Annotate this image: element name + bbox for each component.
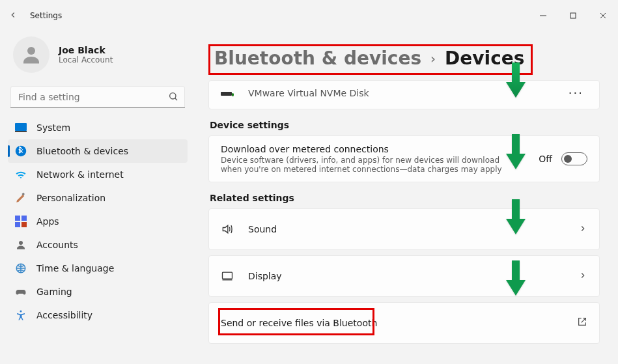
breadcrumb-parent[interactable]: Bluetooth & devices [214, 48, 421, 69]
more-button[interactable]: ··· [565, 83, 587, 102]
svg-rect-6 [15, 216, 20, 221]
sidebar-item-time-language[interactable]: Time & language [8, 257, 188, 280]
open-external-icon [577, 316, 587, 329]
sidebar-item-gaming[interactable]: Gaming [8, 280, 188, 303]
drive-icon [221, 87, 234, 100]
svg-rect-0 [570, 13, 576, 18]
svg-rect-13 [223, 272, 232, 279]
sidebar-item-label: Apps [36, 216, 59, 227]
svg-rect-4 [15, 131, 27, 132]
section-heading-related: Related settings [210, 193, 600, 203]
svg-rect-9 [21, 222, 27, 227]
titlebar: Settings [0, 0, 618, 31]
wifi-icon [14, 168, 27, 181]
apps-icon [14, 215, 27, 228]
user-sub: Local Account [59, 55, 113, 64]
related-bluetooth-files-row[interactable]: Send or receive files via Bluetooth [208, 302, 600, 344]
sidebar-item-label: Gaming [36, 287, 72, 297]
brush-icon [14, 191, 27, 204]
search-input[interactable] [10, 86, 185, 108]
avatar [13, 36, 49, 73]
metered-title: Download over metered connections [221, 144, 539, 154]
clock-globe-icon [14, 262, 27, 275]
related-display-row[interactable]: Display [208, 255, 600, 297]
bluetooth-icon [14, 145, 27, 158]
device-name: VMware Virtual NVMe Disk [248, 88, 565, 98]
svg-point-1 [27, 47, 35, 55]
accounts-icon [14, 238, 27, 251]
system-icon [14, 121, 27, 134]
sidebar-item-bluetooth-devices[interactable]: Bluetooth & devices [8, 139, 188, 163]
sidebar-item-label: Personalization [36, 193, 105, 203]
minimize-button[interactable] [528, 5, 558, 26]
chevron-right-icon: › [430, 51, 436, 66]
sidebar-item-label: Bluetooth & devices [36, 146, 128, 156]
user-name: Joe Black [59, 45, 113, 55]
breadcrumb: Bluetooth & devices › Devices [208, 44, 600, 75]
breadcrumb-current: Devices [445, 48, 524, 69]
section-heading-device-settings: Device settings [210, 120, 600, 130]
maximize-button[interactable] [558, 5, 588, 26]
main-content: Bluetooth & devices › Devices VMware Vir… [195, 31, 618, 364]
search-icon [168, 91, 178, 104]
sidebar-item-label: System [36, 122, 70, 133]
window-title: Settings [30, 11, 62, 20]
related-item-label: Send or receive files via Bluetooth [221, 318, 577, 328]
gaming-icon [14, 285, 27, 298]
sidebar-item-accessibility[interactable]: Accessibility [8, 303, 188, 327]
sidebar-item-label: Network & internet [36, 169, 124, 180]
chevron-right-icon [578, 270, 587, 283]
sidebar-item-personalization[interactable]: Personalization [8, 186, 188, 210]
sidebar-item-label: Time & language [36, 263, 114, 273]
svg-point-10 [19, 241, 23, 245]
sidebar-item-apps[interactable]: Apps [8, 210, 188, 233]
sidebar-item-label: Accounts [36, 240, 78, 250]
back-button[interactable] [0, 10, 26, 21]
window-controls [528, 5, 618, 26]
sidebar: Joe Black Local Account System Bluetooth… [0, 31, 195, 364]
svg-point-2 [170, 93, 176, 99]
sidebar-item-label: Accessibility [36, 310, 92, 320]
sidebar-item-network[interactable]: Network & internet [8, 163, 188, 186]
annotation-highlight-breadcrumb: Bluetooth & devices › Devices [208, 44, 533, 75]
close-button[interactable] [588, 5, 618, 26]
metered-toggle[interactable] [561, 152, 587, 165]
metered-sub: Device software (drivers, info, and apps… [221, 156, 507, 174]
toggle-state-label: Off [539, 154, 552, 164]
svg-point-12 [20, 311, 22, 313]
sidebar-item-accounts[interactable]: Accounts [8, 233, 188, 257]
nav: System Bluetooth & devices Network & int… [8, 116, 188, 327]
user-block[interactable]: Joe Black Local Account [8, 31, 188, 83]
sound-icon [221, 223, 234, 236]
svg-rect-3 [15, 123, 27, 131]
accessibility-icon [14, 309, 27, 322]
related-item-label: Sound [248, 224, 578, 234]
related-item-label: Display [248, 271, 578, 281]
svg-rect-8 [15, 222, 20, 227]
related-sound-row[interactable]: Sound [208, 208, 600, 250]
metered-downloads-row[interactable]: Download over metered connections Device… [208, 135, 600, 182]
device-card[interactable]: VMware Virtual NVMe Disk ··· [208, 80, 600, 109]
search-box[interactable] [10, 86, 185, 108]
sidebar-item-system[interactable]: System [8, 116, 188, 139]
chevron-right-icon [578, 223, 587, 236]
svg-rect-7 [21, 216, 27, 221]
display-icon [221, 270, 234, 283]
